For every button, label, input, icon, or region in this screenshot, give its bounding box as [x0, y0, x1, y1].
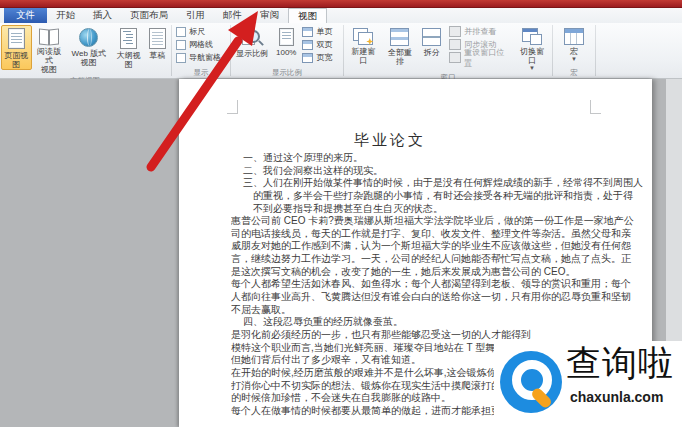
- macros-button[interactable]: 宏 ▼: [561, 25, 587, 63]
- document-line: 是羽化前必须经历的一步，也只有那些能够忍受这一切的人才能得到: [231, 329, 650, 342]
- gridlines-checkbox[interactable]: 网格线: [176, 38, 213, 51]
- switch-windows-button[interactable]: 切换窗口 ▼: [514, 25, 550, 72]
- ruler-checkbox-box[interactable]: [176, 27, 186, 37]
- document-line: 每个人都希望生活如沐春风、如鱼得水；每个人都渴望得到老板、领导的赏识和重用；每个: [231, 278, 650, 291]
- document-line: 威朋友对她的工作感到不满，认为一个斯坦福大学的毕业生不应该做这些，但她没有任何怨: [231, 240, 650, 253]
- arrange-all-label: 全部重排: [386, 48, 415, 66]
- document-line: 不到必要指导和提携甚至自生自灭的状态。: [231, 203, 650, 216]
- one-page-button[interactable]: 单页: [300, 25, 334, 38]
- draft-button[interactable]: 草稿: [146, 25, 169, 61]
- page-width-icon: [302, 53, 313, 63]
- view-side-by-side-icon: [449, 26, 461, 37]
- full-screen-reading-icon: [39, 28, 59, 45]
- zoom-small-buttons: 单页双页页宽: [300, 25, 334, 64]
- watermark-domain-text: chaxunla.com: [570, 389, 663, 405]
- group-separator: [171, 25, 172, 76]
- two-pages-label: 双页: [316, 39, 332, 50]
- draft-icon: [149, 28, 166, 49]
- tab-insert[interactable]: 插入: [84, 8, 121, 23]
- show-checkboxes: 标尺网格线导航窗格: [173, 23, 229, 67]
- outline-icon: [120, 28, 137, 49]
- page-width-button[interactable]: 页宽: [300, 51, 334, 64]
- print-layout-button[interactable]: 页面视图: [1, 25, 32, 70]
- margin-cropmark-right: [590, 100, 601, 114]
- macros-icon: [564, 28, 584, 45]
- chevron-down-icon: ▼: [529, 65, 535, 71]
- navigation-pane-checkbox[interactable]: 导航窗格: [176, 51, 221, 64]
- watermark-brand-text: 查询啦: [566, 341, 680, 387]
- ribbon: 页面视图阅读版式 视图Web 版式视图大纲视图草稿 文档视图 标尺网格线导航窗格…: [0, 23, 682, 79]
- new-window-icon: [353, 28, 373, 45]
- window-big-buttons: 新建窗口全部重排拆分: [345, 25, 445, 67]
- tab-references[interactable]: 引用: [177, 8, 214, 23]
- window-small-buttons: 并排查看同步滚动重设窗口位置: [447, 25, 510, 64]
- tab-view[interactable]: 视图: [288, 8, 327, 23]
- one-page-icon: [302, 27, 313, 37]
- document-title: 毕业论文: [240, 131, 540, 150]
- print-layout-icon: [8, 28, 25, 49]
- navigation-pane-label: 导航窗格: [189, 52, 221, 63]
- outline-label: 大纲视图: [116, 51, 141, 69]
- document-line: 一、通过这个原理的来历。: [231, 152, 650, 165]
- ruler-checkbox[interactable]: 标尺: [176, 25, 205, 38]
- web-layout-button[interactable]: Web 版式视图: [66, 25, 111, 68]
- tab-home[interactable]: 开始: [47, 8, 84, 23]
- margin-cropmark-left: [227, 100, 238, 114]
- document-line: 人都向往事业高升、飞黄腾达但没有谁会白白的送给你这一切，只有用你的忍辱负重和坚韧: [231, 291, 650, 304]
- draft-label: 草稿: [149, 51, 165, 60]
- navigation-pane-checkbox-box[interactable]: [176, 53, 186, 63]
- new-window-label: 新建窗口: [349, 47, 378, 65]
- tab-mailings[interactable]: 邮件: [214, 8, 251, 23]
- document-line: 不屈去赢取。: [231, 304, 650, 317]
- full-screen-reading-button[interactable]: 阅读版式 视图: [34, 25, 65, 75]
- window-titlebar: [0, 0, 682, 8]
- tab-review[interactable]: 审阅: [251, 8, 288, 23]
- group-separator: [552, 25, 553, 76]
- ribbon-tabs: 文件开始插入页面布局引用邮件审阅视图: [0, 8, 682, 23]
- group-label-show: 显示: [173, 67, 229, 78]
- zoom-100-button[interactable]: 100%: [273, 25, 299, 58]
- document-line: 二、我们会洞察出这样的现实。: [231, 165, 650, 178]
- page-width-label: 页宽: [316, 52, 332, 63]
- print-layout-label: 页面视图: [4, 51, 29, 69]
- chevron-down-icon: ▼: [571, 56, 577, 62]
- view-side-by-side-button[interactable]: 并排查看: [447, 25, 510, 38]
- group-separator: [230, 25, 231, 76]
- zoom-100-icon: [279, 28, 294, 46]
- group-separator: [343, 25, 344, 76]
- gridlines-label: 网格线: [189, 39, 213, 50]
- two-pages-icon: [302, 40, 313, 50]
- full-screen-reading-label: 阅读版式 视图: [37, 47, 62, 74]
- outline-button[interactable]: 大纲视图: [113, 25, 144, 70]
- tab-page-layout[interactable]: 页面布局: [121, 8, 177, 23]
- split-label: 拆分: [424, 48, 440, 57]
- group-separator: [595, 25, 596, 76]
- group-label-zoom: 显示比例: [232, 67, 342, 78]
- document-line: 惠普公司前 CEO 卡莉?费奥瑞娜从斯坦福大学法学院毕业后，做的第一份工作是一家…: [231, 215, 650, 228]
- group-label-macros: 宏: [554, 67, 594, 78]
- web-layout-label: Web 版式视图: [69, 49, 108, 67]
- group-zoom: 显示比例 100% 单页双页页宽 显示比例: [232, 23, 342, 78]
- zoom-magnifier-icon: [242, 28, 262, 47]
- document-line: 四、这段忍辱负重的经历就像蚕茧。: [231, 316, 650, 329]
- reset-window-position-button[interactable]: 重设窗口位置: [447, 51, 510, 64]
- two-pages-button[interactable]: 双页: [300, 38, 334, 51]
- synchronous-scrolling-icon: [449, 39, 461, 50]
- zoom-button[interactable]: 显示比例: [233, 25, 271, 59]
- reset-window-position-icon: [449, 52, 461, 63]
- group-show: 标尺网格线导航窗格 显示: [173, 23, 229, 78]
- group-window: 新建窗口全部重排拆分 并排查看同步滚动重设窗口位置 切换窗口 ▼ 窗口: [345, 23, 551, 78]
- view-side-by-side-label: 并排查看: [464, 26, 496, 37]
- ruler-label: 标尺: [189, 26, 205, 37]
- split-button[interactable]: 拆分: [419, 25, 444, 67]
- document-line: 司的电话接线员，每天的工作就是打字、复印、收发文件、整理文件等杂活。虽然父母和亲: [231, 228, 650, 241]
- group-macros: 宏 ▼ 宏: [554, 23, 594, 78]
- gridlines-checkbox-box[interactable]: [176, 40, 186, 50]
- new-window-button[interactable]: 新建窗口: [346, 25, 381, 67]
- web-layout-icon: [79, 28, 98, 47]
- arrange-all-button[interactable]: 全部重排: [383, 25, 418, 67]
- document-line: 的重视，多半会干些打杂跑腿的小事情，有时还会接受各种无端的批评和指责，处于得: [231, 190, 650, 203]
- split-icon: [422, 28, 441, 46]
- tab-file[interactable]: 文件: [4, 8, 47, 23]
- document-line: 言，继续边努力工作边学习。一天，公司的经纪人问她能否帮忙写点文稿，她点了点头。正: [231, 253, 650, 266]
